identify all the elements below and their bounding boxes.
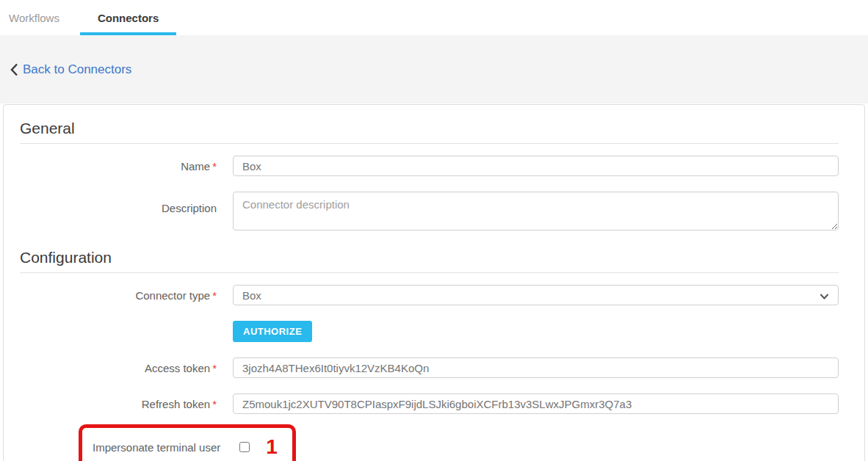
- description-field-row: Description: [20, 192, 839, 233]
- description-field-label: Description: [20, 192, 217, 214]
- general-section-title: General: [20, 120, 839, 137]
- name-field-row: Name*: [20, 156, 839, 176]
- access-token-row: Access token*: [20, 357, 839, 378]
- connector-type-required-asterisk: *: [212, 289, 217, 302]
- tab-connectors[interactable]: Connectors: [80, 0, 176, 35]
- header-band: Back to Connectors: [0, 35, 868, 104]
- connector-type-label: Connector type*: [20, 289, 217, 302]
- refresh-token-label: Refresh token*: [20, 398, 217, 410]
- authorize-control: AUTHORIZE: [233, 321, 839, 342]
- authorize-row: AUTHORIZE: [20, 321, 839, 342]
- name-field-label: Name*: [20, 160, 217, 173]
- description-textarea[interactable]: [233, 192, 839, 230]
- annotation-highlight-box: Impersonate terminal user 1: [79, 424, 296, 461]
- back-link-label: Back to Connectors: [23, 62, 131, 77]
- connector-type-row: Connector type* Box: [20, 285, 839, 305]
- access-token-control: [233, 357, 839, 378]
- connector-type-selected-value: Box: [242, 289, 261, 302]
- refresh-token-row: Refresh token*: [20, 393, 839, 414]
- back-to-connectors-link[interactable]: Back to Connectors: [10, 62, 131, 77]
- refresh-token-required-asterisk: *: [212, 398, 217, 410]
- connector-type-select[interactable]: Box: [233, 285, 839, 305]
- name-label-text: Name: [181, 160, 210, 173]
- description-field-control: [233, 192, 839, 233]
- authorize-button[interactable]: AUTHORIZE: [233, 321, 312, 342]
- annotation-number-1: 1: [266, 437, 278, 457]
- connector-type-control: Box: [233, 285, 839, 305]
- refresh-token-label-text: Refresh token: [142, 398, 210, 410]
- impersonate-terminal-user-label: Impersonate terminal user: [93, 441, 220, 454]
- connector-form-panel: General Name* Description Configuration …: [3, 104, 865, 461]
- chevron-down-icon: [820, 291, 829, 300]
- name-field-control: [233, 156, 839, 176]
- access-token-label-text: Access token: [145, 362, 210, 374]
- refresh-token-input[interactable]: [233, 393, 839, 414]
- configuration-section-title: Configuration: [20, 249, 839, 266]
- tab-workflows[interactable]: Workflows: [0, 0, 80, 35]
- impersonate-row: Impersonate terminal user 1: [79, 424, 839, 461]
- general-section-divider: [20, 143, 839, 144]
- refresh-token-control: [233, 393, 839, 414]
- description-label-text: Description: [162, 202, 217, 214]
- chevron-left-icon: [10, 63, 18, 76]
- name-required-asterisk: *: [212, 160, 217, 173]
- access-token-required-asterisk: *: [212, 362, 217, 374]
- access-token-input[interactable]: [233, 357, 839, 378]
- connector-type-label-text: Connector type: [135, 289, 210, 302]
- tab-bar: Workflows Connectors: [0, 0, 868, 35]
- impersonate-terminal-user-checkbox[interactable]: [239, 442, 250, 452]
- access-token-label: Access token*: [20, 362, 217, 374]
- name-input[interactable]: [233, 156, 839, 176]
- configuration-section-divider: [20, 272, 839, 273]
